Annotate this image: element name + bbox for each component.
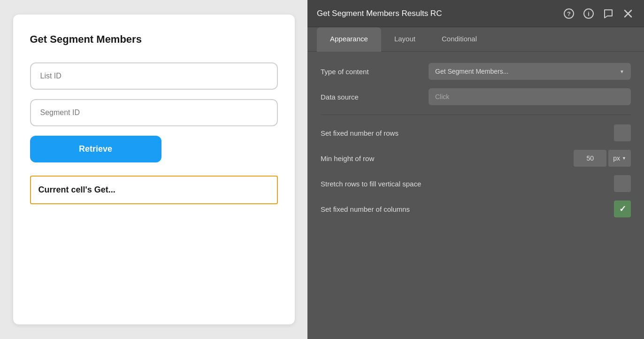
min-height-label: Min height of row <box>321 154 374 162</box>
close-icon[interactable] <box>621 7 635 20</box>
current-cell-box: Current cell's Get... <box>30 176 278 204</box>
header-icons: ? i <box>562 7 635 20</box>
set-fixed-columns-toggle[interactable]: ✓ <box>614 200 631 217</box>
retrieve-button[interactable]: Retrieve <box>30 136 161 162</box>
panel-title: Get Segment Members Results RC <box>317 9 442 18</box>
data-source-label: Data source <box>321 93 429 101</box>
info-icon[interactable]: i <box>582 7 595 20</box>
panel-header: Get Segment Members Results RC ? i <box>307 0 644 27</box>
set-fixed-columns-row: Set fixed number of columns ✓ <box>321 200 631 217</box>
list-id-input[interactable] <box>30 62 278 90</box>
divider-1 <box>321 115 631 115</box>
unit-value: px <box>613 154 620 162</box>
min-height-input[interactable] <box>574 150 606 167</box>
form-title: Get Segment Members <box>30 33 278 46</box>
comment-icon[interactable] <box>602 7 615 20</box>
stretch-rows-toggle[interactable] <box>614 175 631 192</box>
type-of-content-label: Type of content <box>321 68 429 76</box>
checkmark-icon: ✓ <box>619 204 626 214</box>
stretch-rows-label: Stretch rows to fill vertical space <box>321 180 421 188</box>
dropdown-arrow-icon: ▼ <box>620 69 624 74</box>
set-fixed-rows-toggle[interactable] <box>614 124 631 141</box>
segment-id-input[interactable] <box>30 99 278 126</box>
unit-dropdown[interactable]: px ▼ <box>608 150 631 167</box>
svg-text:i: i <box>588 10 590 17</box>
type-of-content-row: Type of content Get Segment Members... ▼ <box>321 63 631 80</box>
tab-appearance[interactable]: Appearance <box>317 27 381 52</box>
min-height-row: Min height of row px ▼ <box>321 150 631 167</box>
data-source-input[interactable]: Click <box>429 88 631 105</box>
min-height-control: px ▼ <box>574 150 631 167</box>
set-fixed-rows-label: Set fixed number of rows <box>321 129 399 137</box>
set-fixed-rows-row: Set fixed number of rows <box>321 124 631 141</box>
set-fixed-columns-label: Set fixed number of columns <box>321 205 410 213</box>
type-of-content-control: Get Segment Members... ▼ <box>429 63 631 80</box>
left-panel: Get Segment Members Retrieve Current cel… <box>0 0 307 339</box>
right-panel: Get Segment Members Results RC ? i <box>307 0 644 339</box>
stretch-rows-row: Stretch rows to fill vertical space <box>321 175 631 192</box>
data-source-row: Data source Click <box>321 88 631 105</box>
tabs: Appearance Layout Conditional <box>307 27 644 52</box>
data-source-control: Click <box>429 88 631 105</box>
type-of-content-value: Get Segment Members... <box>435 68 508 75</box>
tab-conditional[interactable]: Conditional <box>429 27 490 52</box>
svg-text:?: ? <box>567 10 571 17</box>
tab-layout[interactable]: Layout <box>381 27 429 52</box>
unit-dropdown-arrow-icon: ▼ <box>622 156 626 161</box>
form-card: Get Segment Members Retrieve Current cel… <box>13 15 295 324</box>
help-icon[interactable]: ? <box>562 7 575 20</box>
type-of-content-dropdown[interactable]: Get Segment Members... ▼ <box>429 63 631 80</box>
panel-content: Type of content Get Segment Members... ▼… <box>307 52 644 339</box>
